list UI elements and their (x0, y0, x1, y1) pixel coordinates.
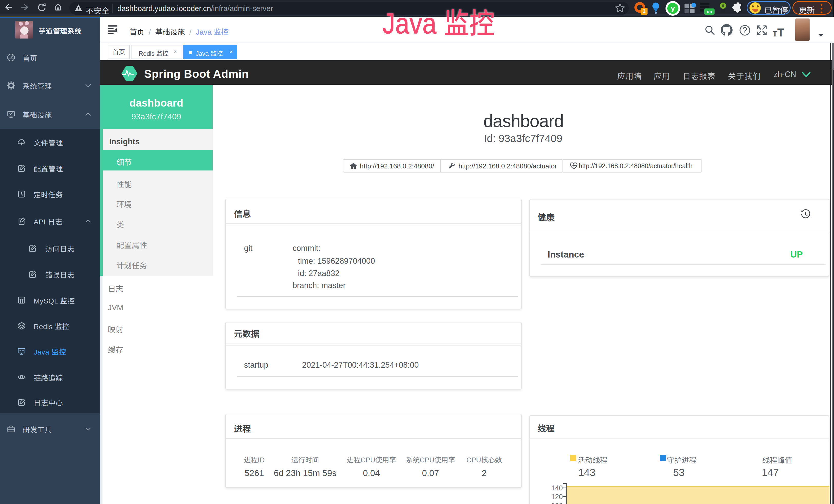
svg-text:on: on (707, 9, 712, 14)
